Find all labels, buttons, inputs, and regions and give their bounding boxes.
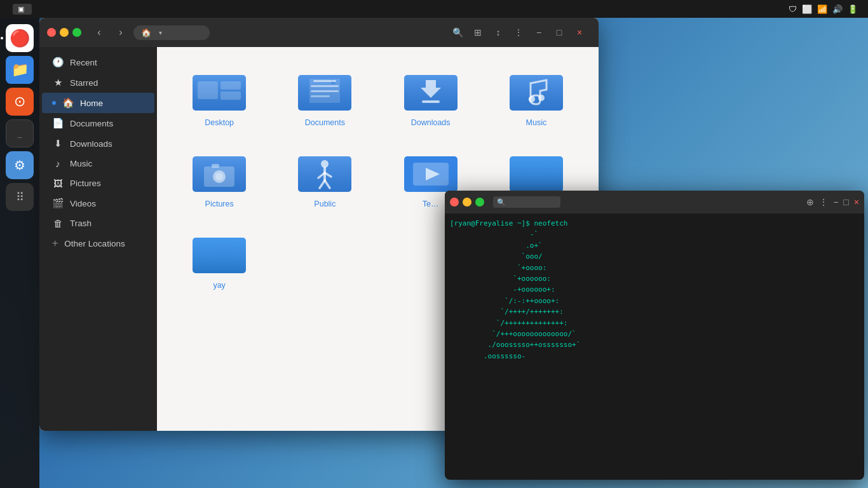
fm-sidebar: 🕐 Recent ★ Starred 🏠 Home 📄 Documents ⬇ … <box>39 47 157 431</box>
terminal-dock-icon: _ <box>17 129 22 138</box>
terminal-add-icon[interactable]: ⊕ <box>806 197 814 207</box>
settings-icon: ⚙ <box>14 158 25 173</box>
svg-rect-2 <box>198 81 218 99</box>
pictures-sidebar-icon: 🖼 <box>52 178 64 189</box>
sidebar-item-recent[interactable]: 🕐 Recent <box>42 52 154 72</box>
fm-menu-button[interactable]: ⋮ <box>510 24 527 41</box>
terminal-maximize-button[interactable] <box>475 198 484 207</box>
sidebar-item-other-locations[interactable]: + Other Locations <box>42 233 154 254</box>
sidebar-item-starred[interactable]: ★ Starred <box>42 72 154 93</box>
downloads-sidebar-icon: ⬇ <box>52 138 64 149</box>
fm-sort-button[interactable]: ↕ <box>489 24 507 41</box>
fm-maximize-button[interactable] <box>72 28 81 37</box>
terminal-window-min-icon[interactable]: − <box>833 197 838 207</box>
dock: 🔴 📁 ⊙ _ ⚙ ⠿ <box>0 18 39 488</box>
sidebar-item-documents[interactable]: 📄 Documents <box>42 113 154 133</box>
fm-location-bar[interactable]: 🏠 ▾ <box>133 25 210 40</box>
sidebar-item-label-documents: Documents <box>70 119 113 128</box>
fm-window-close-button[interactable]: × <box>571 24 588 41</box>
sidebar-item-label-recent: Recent <box>70 58 97 67</box>
folder-item-yay[interactable]: yay <box>170 222 269 297</box>
search-icon: 🔍 <box>497 198 506 207</box>
topbar: ▣ 🛡 ⬜ 📶 🔊 🔋 <box>0 0 868 18</box>
sidebar-item-music[interactable]: ♪ Music <box>42 154 154 173</box>
sidebar-item-videos[interactable]: 🎬 Videos <box>42 193 154 214</box>
terminal-neofetch-art: [ryan@Freyalise ~]$ neofetch -` .o+` `oo… <box>450 219 628 475</box>
yay-folder-label: yay <box>213 281 225 290</box>
sidebar-item-label-starred: Starred <box>70 78 98 88</box>
dock-item-grid[interactable]: ⠿ <box>6 183 34 211</box>
svg-rect-15 <box>422 100 440 103</box>
pictures-folder-icon <box>191 149 247 194</box>
sidebar-item-label-pictures: Pictures <box>70 179 101 188</box>
file-manager-titlebar: ‹ › 🏠 ▾ 🔍 ⊞ ↕ ⋮ − □ × <box>39 18 599 47</box>
fm-window-maximize-button[interactable]: □ <box>550 24 568 41</box>
sidebar-item-label-other: Other Locations <box>64 239 125 248</box>
svg-point-24 <box>215 173 223 180</box>
fm-forward-button[interactable]: › <box>112 24 130 41</box>
files-icon: 📁 <box>11 62 29 78</box>
svg-marker-11 <box>309 79 340 103</box>
folder-item-pictures[interactable]: Pictures <box>170 141 269 216</box>
sidebar-item-home[interactable]: 🏠 Home <box>42 93 154 113</box>
virtualbox-folder-icon <box>508 149 564 194</box>
dock-item-files[interactable]: 📁 <box>6 56 34 84</box>
desktop-folder-label: Desktop <box>205 118 234 127</box>
svg-rect-17 <box>510 75 563 111</box>
documents-sidebar-icon: 📄 <box>52 118 64 129</box>
grid-icon: ⠿ <box>16 190 24 204</box>
terminal-window-max-icon[interactable]: □ <box>843 197 848 207</box>
folder-item-public[interactable]: Public <box>275 141 374 216</box>
recent-icon: 🕐 <box>52 57 64 68</box>
sidebar-item-downloads[interactable]: ⬇ Downloads <box>42 133 154 154</box>
documents-folder-icon <box>297 67 353 113</box>
terminal-body: [ryan@Freyalise ~]$ neofetch -` .o+` `oo… <box>445 214 864 480</box>
fm-close-button[interactable] <box>47 28 56 37</box>
terminal-window: 🔍 ⊕ ⋮ − □ × [ryan@Freyalise ~]$ neofetch… <box>445 191 864 480</box>
neofetch-art: [ryan@Freyalise ~]$ neofetch -` .o+` `oo… <box>450 219 580 360</box>
folder-item-desktop[interactable]: Desktop <box>170 60 269 135</box>
home-icon: 🏠 <box>141 28 151 37</box>
yay-folder-icon <box>191 230 247 276</box>
music-sidebar-icon: ♪ <box>52 158 64 169</box>
fm-view-button[interactable]: ⊞ <box>469 24 487 41</box>
templates-folder-label: Te… <box>423 200 439 208</box>
terminal-close-button[interactable] <box>450 198 459 207</box>
terminal-search-input[interactable] <box>506 198 557 207</box>
music-folder-icon <box>508 67 564 113</box>
music-folder-label: Music <box>526 118 547 127</box>
sidebar-item-trash[interactable]: 🗑 Trash <box>42 214 154 233</box>
downloads-folder-label: Downloads <box>411 118 451 127</box>
sidebar-item-pictures[interactable]: 🖼 Pictures <box>42 173 154 193</box>
sidebar-item-label-videos: Videos <box>70 199 96 208</box>
fm-search-button[interactable]: 🔍 <box>449 24 466 41</box>
dock-item-settings[interactable]: ⚙ <box>6 151 34 179</box>
terminal-search-box[interactable]: 🔍 <box>493 196 560 208</box>
fm-minimize-button[interactable] <box>60 28 69 37</box>
terminal-window-close-icon[interactable]: × <box>854 197 859 207</box>
videos-sidebar-icon: 🎬 <box>52 198 64 209</box>
folder-item-documents[interactable]: Documents <box>275 60 374 135</box>
fm-back-button[interactable]: ‹ <box>90 24 108 41</box>
templates-folder-icon <box>403 149 459 194</box>
svg-rect-40 <box>193 238 246 273</box>
folder-item-downloads[interactable]: Downloads <box>381 60 480 135</box>
terminal-taskbar-item[interactable]: ▣ <box>13 4 32 15</box>
svg-rect-38 <box>510 156 563 192</box>
active-dot <box>52 101 56 105</box>
fm-nav: ‹ › 🏠 ▾ 🔍 ⊞ ↕ ⋮ − □ × <box>85 24 593 41</box>
trash-sidebar-icon: 🗑 <box>52 218 64 229</box>
dock-item-app2[interactable]: ⊙ <box>6 88 34 116</box>
dock-item-terminal[interactable]: _ <box>6 119 34 147</box>
volume-icon: 🔊 <box>832 4 843 14</box>
dock-item-chrome[interactable]: 🔴 <box>6 24 34 52</box>
fm-window-minimize-button[interactable]: − <box>530 24 548 41</box>
public-folder-label: Public <box>314 200 336 208</box>
terminal-minimize-button[interactable] <box>463 198 471 207</box>
wifi-icon: 📶 <box>817 4 827 14</box>
documents-folder-label: Documents <box>305 118 345 127</box>
terminal-menu-icon[interactable]: ⋮ <box>819 197 828 207</box>
svg-point-19 <box>538 95 545 101</box>
desktop-folder-icon <box>191 67 247 113</box>
folder-item-music[interactable]: Music <box>487 60 586 135</box>
